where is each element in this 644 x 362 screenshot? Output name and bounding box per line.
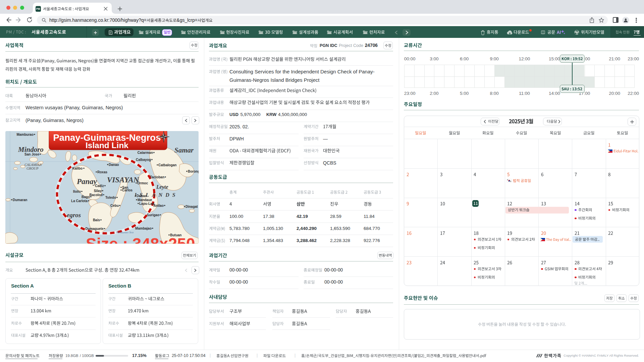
svg-text:Bago: Bago <box>82 195 90 199</box>
svg-text:Danao: Danao <box>137 194 147 198</box>
svg-text:Borongan: Borongan <box>188 170 199 173</box>
svg-text:Dumaguete: Dumaguete <box>86 227 104 231</box>
svg-text:Iloilo: Iloilo <box>73 190 81 193</box>
svg-text:Tacloban: Tacloban <box>150 175 164 179</box>
svg-text:Silay: Silay <box>94 189 102 193</box>
svg-text:Danao: Danao <box>109 163 119 167</box>
svg-text:Panay: Panay <box>76 177 97 186</box>
svg-text:Calbayog: Calbayog <box>136 158 151 162</box>
svg-text:Bacolod: Bacolod <box>90 193 103 197</box>
svg-text:Samar: Samar <box>174 146 194 154</box>
svg-text:Ormoc: Ormoc <box>137 181 148 185</box>
svg-text:Leyte: Leyte <box>156 184 168 190</box>
svg-text:San Jose: San Jose <box>24 153 39 156</box>
svg-text:VISAYAN: VISAYAN <box>107 176 140 184</box>
svg-text:Toledo: Toledo <box>105 196 116 199</box>
svg-text:La Carlota: La Carlota <box>71 199 88 203</box>
svg-text:Mindanao Sea: Mindanao Sea <box>116 231 134 234</box>
svg-text:CALAMIAN: CALAMIAN <box>24 163 42 167</box>
svg-text:Roxas: Roxas <box>97 170 107 174</box>
svg-text:Dumaran: Dumaran <box>13 198 27 202</box>
svg-text:Bais: Bais <box>93 218 100 222</box>
svg-text:Size : 348x250: Size : 348x250 <box>86 235 195 244</box>
svg-text:Surigao: Surigao <box>147 213 159 217</box>
svg-text:Catarman: Catarman <box>138 151 153 155</box>
svg-text:Mamburao: Mamburao <box>16 133 34 136</box>
svg-text:Mambajao: Mambajao <box>135 227 152 230</box>
svg-text:Island Link: Island Link <box>86 141 128 150</box>
svg-text:Carlos: Carlos <box>122 188 133 192</box>
svg-text:GROUP: GROUP <box>26 167 39 170</box>
svg-text:Cebu: Cebu <box>110 204 119 207</box>
svg-text:Catbalogan: Catbalogan <box>158 163 176 167</box>
svg-text:Anilao: Anilao <box>153 204 164 207</box>
svg-text:Kalibo: Kalibo <box>72 167 83 170</box>
svg-text:Cadiz: Cadiz <box>95 184 104 188</box>
svg-text:Dinagat: Dinagat <box>185 205 198 208</box>
svg-text:Mandaue: Mandaue <box>138 198 152 202</box>
svg-text:egros: egros <box>67 212 81 219</box>
svg-text:Lapu-Lap: Lapu-Lap <box>139 202 154 205</box>
